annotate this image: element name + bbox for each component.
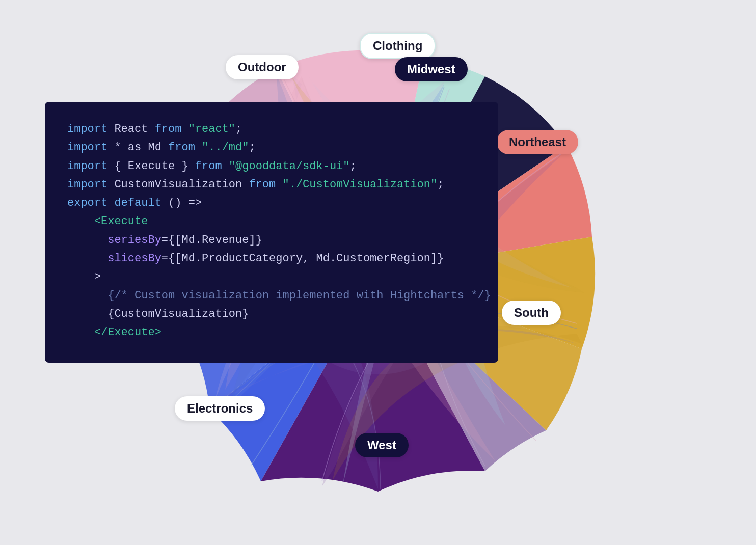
label-electronics: Electronics — [175, 396, 265, 421]
code-line: seriesBy={[Md.Revenue]} — [67, 231, 476, 250]
label-midwest: Midwest — [395, 57, 468, 81]
code-line: </Execute> — [67, 323, 476, 342]
label-outdoor: Outdoor — [226, 55, 299, 79]
code-line: export default () => — [67, 194, 476, 212]
scene: Clothing Outdoor Midwest Northeast South… — [0, 0, 756, 545]
code-panel: import React from "react";import * as Md… — [45, 102, 498, 363]
label-south: South — [502, 301, 561, 325]
code-line: {CustomVisualization} — [67, 305, 476, 323]
label-clothing: Clothing — [360, 33, 436, 59]
label-west: West — [355, 433, 409, 457]
code-line: import React from "react"; — [67, 120, 476, 139]
code-line: slicesBy={[Md.ProductCategory, Md.Custom… — [67, 250, 476, 268]
label-northeast: Northeast — [497, 130, 578, 154]
code-line: import * as Md from "../md"; — [67, 139, 476, 157]
code-line: > — [67, 268, 476, 286]
code-line: <Execute — [67, 212, 476, 231]
code-line: {/* Custom visualization implemented wit… — [67, 287, 476, 305]
code-line: import { Execute } from "@gooddata/sdk-u… — [67, 157, 476, 176]
code-line: import CustomVisualization from "./Custo… — [67, 176, 476, 194]
